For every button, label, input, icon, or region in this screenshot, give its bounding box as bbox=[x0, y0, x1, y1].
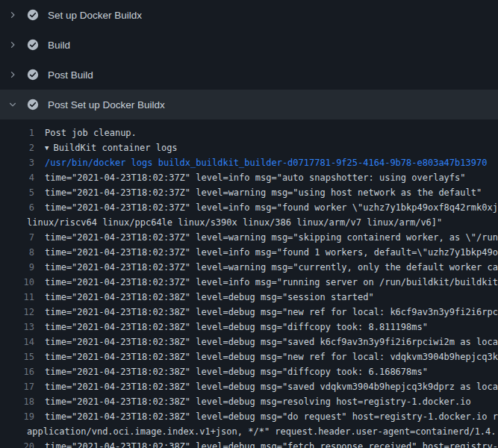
log-line: 19time="2021-04-23T18:02:38Z" level=debu… bbox=[0, 409, 498, 424]
log-line-text: /usr/bin/docker logs buildx_buildkit_bui… bbox=[45, 155, 487, 170]
log-line-text: time="2021-04-23T18:02:38Z" level=debug … bbox=[45, 290, 374, 305]
step-title: Post Build bbox=[48, 69, 93, 81]
check-circle-icon bbox=[27, 99, 39, 111]
chevron-down-icon bbox=[7, 99, 18, 110]
log-line-number: 1 bbox=[0, 125, 34, 140]
log-line: 14time="2021-04-23T18:02:38Z" level=debu… bbox=[0, 335, 498, 349]
log-line-number: 4 bbox=[0, 170, 34, 185]
log-line-number: 18 bbox=[0, 394, 34, 409]
log-line-text: time="2021-04-23T18:02:38Z" level=debug … bbox=[45, 364, 428, 379]
log-line-text: time="2021-04-23T18:02:38Z" level=debug … bbox=[45, 349, 498, 364]
log-line-number: 6 bbox=[0, 200, 34, 215]
log-line: 12time="2021-04-23T18:02:38Z" level=debu… bbox=[0, 305, 498, 320]
step-section-header[interactable]: Build bbox=[0, 30, 498, 60]
log-line: 11time="2021-04-23T18:02:38Z" level=debu… bbox=[0, 290, 498, 305]
check-circle-icon bbox=[27, 9, 39, 21]
log-line: 20time="2021-04-23T18:02:38Z" level=debu… bbox=[0, 439, 498, 448]
log-line-text: linux/riscv64 linux/ppc64le linux/s390x … bbox=[27, 215, 442, 230]
log-line-text: time="2021-04-23T18:02:38Z" level=debug … bbox=[45, 335, 498, 349]
log-line: 13time="2021-04-23T18:02:38Z" level=debu… bbox=[0, 320, 498, 335]
log-line: 4time="2021-04-23T18:02:37Z" level=info … bbox=[0, 170, 498, 185]
log-line: 1Post job cleanup. bbox=[0, 125, 498, 140]
step-section-header[interactable]: Post Build bbox=[0, 60, 498, 90]
log-line: 5time="2021-04-23T18:02:37Z" level=warni… bbox=[0, 185, 498, 200]
log-line: linux/riscv64 linux/ppc64le linux/s390x … bbox=[0, 215, 498, 230]
log-line-text: time="2021-04-23T18:02:37Z" level=warnin… bbox=[45, 185, 482, 200]
chevron-right-icon bbox=[7, 10, 18, 20]
log-line: 8time="2021-04-23T18:02:37Z" level=info … bbox=[0, 245, 498, 260]
check-circle-icon bbox=[27, 39, 39, 51]
log-line-number: 3 bbox=[0, 155, 34, 170]
log-line-number: 11 bbox=[0, 290, 34, 305]
log-line-text: time="2021-04-23T18:02:38Z" level=debug … bbox=[45, 305, 498, 320]
step-section-header[interactable]: Post Set up Docker Buildx bbox=[0, 90, 498, 119]
log-line: 18time="2021-04-23T18:02:38Z" level=debu… bbox=[0, 394, 498, 409]
log-line-text: time="2021-04-23T18:02:38Z" level=debug … bbox=[45, 409, 498, 424]
log-line-number: 16 bbox=[0, 364, 34, 379]
step-title: Set up Docker Buildx bbox=[48, 10, 142, 21]
step-sections: Set up Docker BuildxBuildPost BuildPost … bbox=[0, 0, 498, 119]
log-line-text: time="2021-04-23T18:02:37Z" level=warnin… bbox=[45, 260, 498, 275]
log-line-text: time="2021-04-23T18:02:38Z" level=debug … bbox=[45, 379, 498, 394]
log-line-text: time="2021-04-23T18:02:37Z" level=warnin… bbox=[45, 230, 498, 245]
log-lines: 1Post job cleanup.2▼BuildKit container l… bbox=[0, 125, 498, 448]
log-line-number: 15 bbox=[0, 349, 34, 364]
log-line: 6time="2021-04-23T18:02:37Z" level=info … bbox=[0, 200, 498, 215]
check-circle-icon bbox=[27, 69, 39, 81]
log-line-number: 2 bbox=[0, 140, 34, 155]
log-line: 17time="2021-04-23T18:02:38Z" level=debu… bbox=[0, 379, 498, 394]
log-line-number: 9 bbox=[0, 260, 34, 275]
workflow-log-viewer: Set up Docker BuildxBuildPost BuildPost … bbox=[0, 0, 498, 448]
log-line-number: 8 bbox=[0, 245, 34, 260]
log-line-text: time="2021-04-23T18:02:37Z" level=info m… bbox=[45, 170, 466, 185]
step-title: Build bbox=[48, 40, 70, 51]
log-line-text: time="2021-04-23T18:02:38Z" level=debug … bbox=[45, 394, 471, 409]
log-line-text: time="2021-04-23T18:02:37Z" level=info m… bbox=[45, 200, 498, 215]
log-line: 15time="2021-04-23T18:02:38Z" level=debu… bbox=[0, 349, 498, 364]
log-line-text: time="2021-04-23T18:02:38Z" level=debug … bbox=[45, 320, 428, 335]
log-line-number: 5 bbox=[0, 185, 34, 200]
log-line: 10time="2021-04-23T18:02:37Z" level=info… bbox=[0, 275, 498, 290]
log-line-number: 19 bbox=[0, 409, 34, 424]
log-line: application/vnd.oci.image.index.v1+json,… bbox=[0, 424, 498, 439]
log-line-number: 17 bbox=[0, 379, 34, 394]
log-line-number: 13 bbox=[0, 320, 34, 335]
step-section-header[interactable]: Set up Docker Buildx bbox=[0, 0, 498, 30]
log-line-text: time="2021-04-23T18:02:38Z" level=debug … bbox=[45, 439, 498, 448]
log-line-number: 10 bbox=[0, 275, 34, 290]
triangle-down-icon: ▼ bbox=[45, 140, 49, 155]
log-line-number: 20 bbox=[0, 439, 34, 448]
step-title: Post Set up Docker Buildx bbox=[48, 99, 165, 111]
log-line-group[interactable]: 2▼BuildKit container logs bbox=[0, 140, 498, 155]
log-line: 16time="2021-04-23T18:02:38Z" level=debu… bbox=[0, 364, 498, 379]
log-line: 7time="2021-04-23T18:02:37Z" level=warni… bbox=[0, 230, 498, 245]
log-line-command: 3/usr/bin/docker logs buildx_buildkit_bu… bbox=[0, 155, 498, 170]
chevron-right-icon bbox=[7, 69, 18, 80]
log-line-text: time="2021-04-23T18:02:37Z" level=info m… bbox=[45, 245, 498, 260]
log-line: 9time="2021-04-23T18:02:37Z" level=warni… bbox=[0, 260, 498, 275]
log-line-text: ▼BuildKit container logs bbox=[45, 140, 178, 155]
log-line-text: time="2021-04-23T18:02:37Z" level=info m… bbox=[45, 275, 498, 290]
log-line-number: 7 bbox=[0, 230, 34, 245]
log-line-text: application/vnd.oci.image.index.v1+json,… bbox=[27, 424, 497, 439]
group-label: BuildKit container logs bbox=[53, 143, 177, 153]
chevron-right-icon bbox=[7, 40, 18, 50]
log-line-number: 14 bbox=[0, 335, 34, 349]
log-line-number: 12 bbox=[0, 305, 34, 320]
log-body: 1Post job cleanup.2▼BuildKit container l… bbox=[0, 119, 498, 448]
log-line-text: Post job cleanup. bbox=[45, 125, 137, 140]
